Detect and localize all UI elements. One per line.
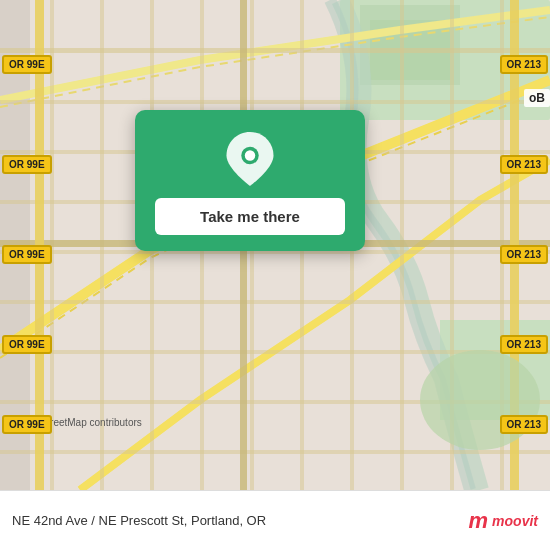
location-pin-icon <box>223 132 277 186</box>
address-text: NE 42nd Ave / NE Prescott St, Portland, … <box>12 513 266 528</box>
svg-point-29 <box>420 350 540 450</box>
svg-rect-6 <box>0 48 550 53</box>
or99e-badge-5: OR 99E <box>2 415 52 434</box>
or213-badge-3: OR 213 <box>500 245 548 264</box>
or213-badge-2: OR 213 <box>500 155 548 174</box>
svg-rect-14 <box>0 450 550 454</box>
or213-badge-4: OR 213 <box>500 335 548 354</box>
moovit-text: moovit <box>492 513 538 529</box>
moovit-m-icon: m <box>469 508 489 534</box>
svg-rect-4 <box>360 5 460 85</box>
bottom-bar: NE 42nd Ave / NE Prescott St, Portland, … <box>0 490 550 550</box>
or99e-badge-1: OR 99E <box>2 55 52 74</box>
or99e-badge-3: OR 99E <box>2 245 52 264</box>
location-card: Take me there <box>135 110 365 251</box>
or99e-badge-4: OR 99E <box>2 335 52 354</box>
or213-badge-1: OR 213 <box>500 55 548 74</box>
ob-badge: oB <box>524 89 550 107</box>
svg-rect-11 <box>0 300 550 304</box>
or213-badge-5: OR 213 <box>500 415 548 434</box>
or99e-badge-2: OR 99E <box>2 155 52 174</box>
svg-rect-7 <box>0 100 550 104</box>
map-container: OR 99E OR 99E OR 99E OR 99E OR 99E OR 21… <box>0 0 550 490</box>
moovit-logo: m moovit <box>469 508 538 534</box>
take-me-there-button[interactable]: Take me there <box>155 198 345 235</box>
svg-point-31 <box>245 150 255 160</box>
